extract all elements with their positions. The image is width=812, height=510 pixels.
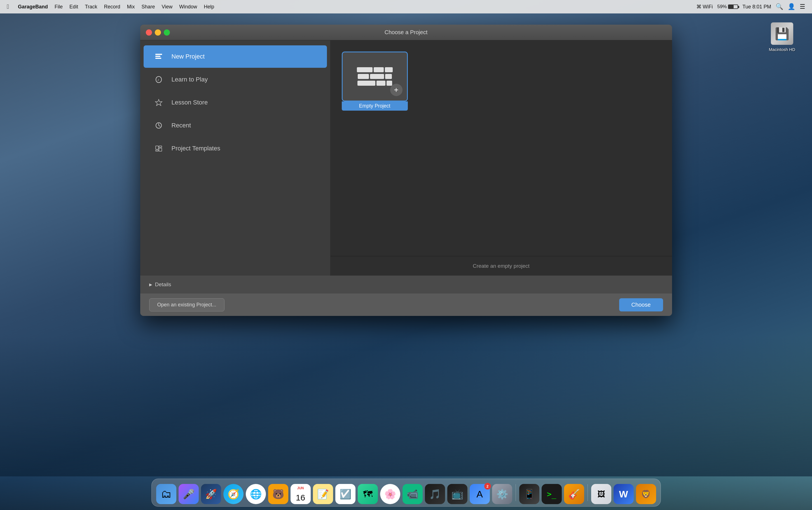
- apple-menu-icon[interactable]: : [7, 3, 9, 10]
- dock-siri[interactable]: 🎤: [179, 484, 199, 504]
- dock-terminal[interactable]: >_: [542, 484, 562, 504]
- appcleaner-icon: 🦁: [641, 489, 651, 499]
- dock-preview[interactable]: 🖼: [591, 484, 611, 504]
- maps-icon: 🗺: [363, 489, 372, 500]
- menubar:  GarageBand File Edit Track Record Mix …: [0, 0, 812, 13]
- dock-photos[interactable]: 🌸: [380, 484, 400, 504]
- search-icon[interactable]: 🔍: [776, 3, 783, 10]
- lesson-store-icon: [153, 96, 165, 109]
- dock-maps[interactable]: 🗺: [358, 484, 378, 504]
- maximize-button[interactable]: [164, 29, 170, 35]
- sidebar-item-new-project[interactable]: New Project: [144, 46, 327, 68]
- choose-button[interactable]: Choose: [619, 298, 663, 311]
- empty-project-icon: [357, 67, 393, 86]
- menu-share[interactable]: Share: [138, 4, 158, 10]
- track-block: [358, 74, 369, 79]
- battery-bar: [728, 4, 738, 9]
- menu-extras-icon[interactable]: ☰: [800, 3, 805, 10]
- user-icon[interactable]: 👤: [788, 3, 795, 10]
- sidebar-label-project-templates: Project Templates: [172, 145, 220, 152]
- iphone-icon: 📱: [523, 488, 535, 500]
- svg-rect-0: [155, 54, 162, 55]
- track-row-1: [357, 67, 393, 72]
- minimize-button[interactable]: [155, 29, 161, 35]
- project-templates-icon: [153, 142, 165, 154]
- menu-record[interactable]: Record: [100, 4, 123, 10]
- menu-edit[interactable]: Edit: [66, 4, 82, 10]
- dock-bear-notes[interactable]: 🐻: [268, 484, 288, 504]
- status-bar: Create an empty project: [331, 256, 672, 276]
- track-block: [377, 81, 385, 86]
- recent-icon: [153, 119, 165, 132]
- menu-mix[interactable]: Mix: [124, 4, 138, 10]
- empty-project-tile[interactable]: + Empty Project: [342, 52, 408, 111]
- learn-to-play-icon: ♪: [153, 74, 165, 86]
- dock-finder[interactable]: 🗂: [156, 484, 176, 504]
- menu-track[interactable]: Track: [82, 4, 100, 10]
- finder-icon: 🗂: [161, 488, 172, 500]
- dock-launchpad[interactable]: 🚀: [201, 484, 221, 504]
- photos-icon: 🌸: [384, 488, 396, 500]
- sidebar-item-learn-to-play[interactable]: ♪ Learn to Play: [144, 68, 327, 91]
- dock-separator-2: [588, 484, 588, 501]
- details-toggle[interactable]: ▶ Details: [149, 281, 171, 288]
- battery-percent: 59%: [717, 4, 727, 9]
- project-grid: + Empty Project: [331, 40, 672, 256]
- dock-music[interactable]: 🎵: [425, 484, 445, 504]
- close-button[interactable]: [146, 29, 152, 35]
- menu-help[interactable]: Help: [201, 4, 217, 10]
- dock-reminders[interactable]: ☑️: [335, 484, 356, 504]
- dock: 🗂 🎤 🚀 🧭 🌐 🐻 JUN: [0, 476, 812, 510]
- sidebar-item-recent[interactable]: Recent: [144, 114, 327, 137]
- details-bar: ▶ Details: [140, 276, 672, 293]
- sidebar-item-lesson-store[interactable]: Lesson Store: [144, 91, 327, 114]
- dock-safari[interactable]: 🧭: [223, 484, 243, 504]
- menubar-right: ⌘ WiFi 59% Tue 8:01 PM 🔍 👤 ☰: [696, 3, 805, 10]
- menu-view[interactable]: View: [158, 4, 176, 10]
- svg-rect-1: [155, 56, 160, 57]
- new-project-icon: [153, 50, 165, 63]
- svg-rect-9: [159, 148, 162, 151]
- dock-system-prefs[interactable]: ⚙️: [492, 484, 512, 504]
- dock-calendar[interactable]: JUN 16: [291, 484, 311, 504]
- track-block: [374, 67, 384, 72]
- svg-rect-2: [155, 58, 161, 59]
- sidebar: New Project ♪ Learn to Play: [140, 40, 331, 276]
- dock-chrome[interactable]: 🌐: [246, 484, 266, 504]
- details-label: Details: [155, 281, 171, 288]
- dock-appcleaner[interactable]: 🦁: [636, 484, 656, 504]
- track-block: [387, 81, 392, 86]
- system-prefs-icon: ⚙️: [496, 488, 508, 500]
- dock-notes[interactable]: 📝: [313, 484, 333, 504]
- garageband-icon: 🎸: [568, 488, 580, 500]
- facetime-icon: 📹: [407, 488, 418, 500]
- sidebar-label-learn-to-play: Learn to Play: [172, 76, 208, 83]
- preview-icon: 🖼: [597, 489, 605, 499]
- bottom-bar: Open an existing Project... Choose: [140, 293, 672, 316]
- app-name-menu[interactable]: GarageBand: [14, 4, 51, 10]
- svg-rect-7: [156, 150, 158, 151]
- track-row-3: [357, 81, 392, 86]
- wifi-icon: ⌘ WiFi: [696, 4, 713, 10]
- word-icon: W: [619, 489, 628, 500]
- menu-window[interactable]: Window: [176, 4, 201, 10]
- appstore-badge: 2: [484, 483, 491, 489]
- menu-file[interactable]: File: [51, 4, 66, 10]
- empty-project-label: Empty Project: [342, 102, 408, 111]
- dock-facetime[interactable]: 📹: [402, 484, 423, 504]
- dock-garageband[interactable]: 🎸: [564, 484, 584, 504]
- open-existing-button[interactable]: Open an existing Project...: [149, 298, 224, 311]
- sidebar-label-recent: Recent: [172, 122, 191, 129]
- launchpad-icon: 🚀: [205, 488, 217, 500]
- sidebar-item-project-templates[interactable]: Project Templates: [144, 137, 327, 160]
- calendar-month: JUN: [297, 486, 304, 490]
- calendar-date: 16: [296, 493, 305, 503]
- battery-fill: [729, 5, 734, 8]
- dock-iphone[interactable]: 📱: [519, 484, 539, 504]
- window-controls: [146, 29, 170, 35]
- bear-icon: 🐻: [272, 488, 284, 500]
- dock-appletv[interactable]: 📺: [447, 484, 468, 504]
- main-content: + Empty Project Create an empty project: [331, 40, 672, 276]
- dock-appstore[interactable]: A 2: [470, 484, 490, 504]
- dock-word[interactable]: W: [613, 484, 634, 504]
